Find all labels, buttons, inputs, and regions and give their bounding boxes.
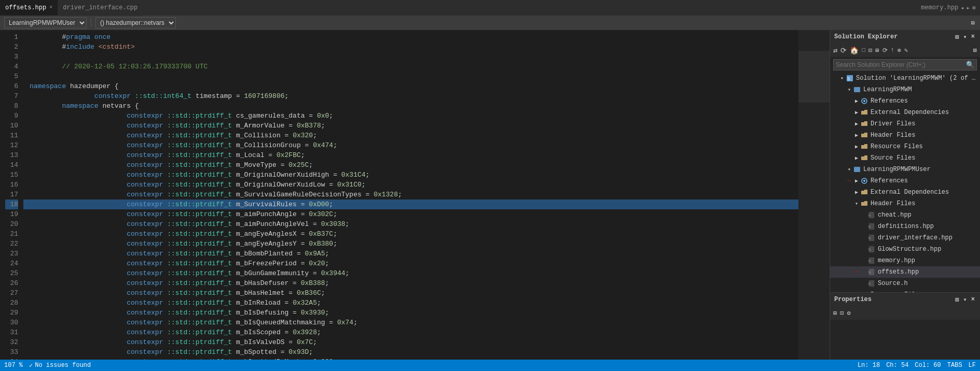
sol-icon-3[interactable]: 🏠 (849, 46, 860, 55)
tree-arrow-project2[interactable]: ▾ (846, 166, 853, 173)
sol-explorer-toolbar: ⇄ ⟳ 🏠 □ ⊡ ⊞ ⟳ ↑ ⊗ ✎ ⊠ (830, 44, 980, 57)
tree-arrow-ext-deps2[interactable]: ▶ (853, 189, 860, 195)
svg-text:S: S (847, 77, 850, 82)
solution-tree[interactable]: ▾SSolution 'LearningRPMWM' (2 of 2 proje… (830, 73, 980, 292)
red-arrow-offsets-hpp: → (852, 268, 860, 276)
sol-icon-7[interactable]: ⟳ (881, 46, 889, 55)
svg-text:h: h (868, 248, 871, 252)
title-bar: offsets.hpp × driver_interface.cpp memor… (0, 0, 980, 16)
solution-explorer-header: Solution Explorer ⊠ ▾ × (830, 30, 980, 44)
tree-item-cheat-hpp[interactable]: hcheat.hpp (830, 209, 980, 221)
tree-arrow-ext-deps1[interactable]: ▶ (853, 109, 860, 116)
sol-icon-1[interactable]: ⇄ (832, 46, 838, 55)
tree-item-glow-structure-hpp[interactable]: hGlowStructure.hpp (830, 244, 980, 255)
sol-icon-11[interactable]: ⊠ (972, 46, 978, 55)
tree-icon-driver-files (860, 120, 868, 128)
close-icon[interactable]: ⊗ (972, 4, 976, 12)
tree-item-ext-deps2[interactable]: ▶External Dependencies (830, 187, 980, 198)
sol-icon-4[interactable]: □ (861, 47, 866, 54)
down-arrow-icon[interactable]: ▾ (962, 33, 968, 41)
sol-icon-9[interactable]: ⊗ (896, 46, 902, 55)
tree-item-driver-files[interactable]: ▶Driver Files (830, 118, 980, 130)
status-ok: ✓ No issues found (29, 362, 91, 369)
tree-icon-header-files2 (860, 199, 868, 208)
toolbar-icon-1[interactable]: ⊞ (970, 19, 976, 27)
tab-offsets-hpp-close[interactable]: × (49, 5, 52, 10)
code-editor[interactable]: 1234567891011121314151617181920212223242… (0, 30, 830, 360)
svg-text:h: h (868, 225, 871, 229)
sol-icon-2[interactable]: ⟳ (839, 46, 848, 55)
prop-icon-2[interactable]: ⊡ (839, 309, 845, 318)
tree-arrow-header-files2[interactable]: ▾ (853, 201, 860, 207)
tree-label-definitions-hpp: definitions.hpp (878, 223, 977, 230)
sol-icon-5[interactable]: ⊡ (867, 46, 873, 55)
panel-header-icons: ⊠ ▾ × (954, 33, 976, 41)
prop-close-icon[interactable]: × (970, 295, 976, 304)
tree-item-resource-files1[interactable]: ▶Resource Files (830, 141, 980, 152)
tree-item-solution[interactable]: ▾SSolution 'LearningRPMWM' (2 of 2 proje… (830, 73, 980, 84)
memory-hpp-title: memory.hpp (921, 4, 958, 11)
tree-item-memory-hpp[interactable]: hmemory.hpp (830, 255, 980, 266)
close-panel-icon[interactable]: × (970, 33, 976, 41)
search-box[interactable]: 🔍 (833, 59, 977, 70)
svg-point-4 (863, 100, 865, 102)
toolbar-separator (91, 19, 91, 27)
tree-item-offsets-hpp[interactable]: →hoffsets.hpp (830, 266, 980, 278)
tree-item-driver-interface-hpp[interactable]: hdriver_interface.hpp (830, 232, 980, 244)
tree-icon-ext-deps2 (860, 188, 868, 196)
tree-arrow-solution[interactable]: ▾ (838, 75, 846, 81)
nav-left-icon[interactable]: ◂ (960, 4, 964, 12)
tree-item-source-files1[interactable]: ▶Source Files (830, 152, 980, 164)
tree-item-references2[interactable]: →▶References (830, 175, 980, 187)
pin-icon[interactable]: ⊠ (954, 33, 960, 41)
tree-arrow-source-files1[interactable]: ▶ (853, 155, 860, 161)
tree-item-header-files1[interactable]: ▶Header Files (830, 130, 980, 141)
search-input[interactable] (834, 61, 964, 68)
tree-icon-memory-hpp: h (867, 256, 876, 265)
tree-item-project2[interactable]: ▾LearningRPMWPMUser (830, 164, 980, 175)
search-icon[interactable]: 🔍 (964, 61, 976, 69)
tree-arrow-project1[interactable]: ▾ (846, 87, 853, 93)
tree-icon-project2 (853, 165, 861, 174)
prop-pin-icon[interactable]: ⊠ (954, 295, 960, 304)
tree-arrow-resource-files1[interactable]: ▶ (853, 144, 860, 150)
function-dropdown[interactable]: () hazedumper::netvars (95, 17, 176, 28)
properties-panel: Properties ⊠ ▾ × ⊞ ⊡ ⚙ (830, 292, 980, 360)
tree-label-project1: LearningRPMWM (863, 86, 977, 93)
prop-icon-1[interactable]: ⊞ (832, 309, 838, 318)
prop-icon-3[interactable]: ⚙ (846, 309, 851, 318)
tab-offsets-hpp[interactable]: offsets.hpp × (0, 0, 58, 16)
tree-arrow-driver-files[interactable]: ▶ (853, 121, 860, 127)
tree-item-source-h[interactable]: hSource.h (830, 278, 980, 289)
tree-item-definitions-hpp[interactable]: hdefinitions.hpp (830, 221, 980, 232)
col-number: Col: 60 (915, 362, 941, 369)
tree-item-header-files2[interactable]: ▾Header Files (830, 198, 980, 209)
tab-driver-interface-cpp-label: driver_interface.cpp (63, 4, 137, 11)
tree-icon-source-h: h (867, 279, 876, 288)
sol-icon-6[interactable]: ⊞ (874, 46, 880, 55)
zoom-level: 107 % (4, 362, 23, 369)
tree-item-ext-deps1[interactable]: ▶External Dependencies (830, 107, 980, 118)
char-number: Ch: 54 (886, 362, 908, 369)
tree-label-source-files1: Source Files (871, 154, 977, 162)
tree-icon-references1 (860, 97, 868, 105)
status-bar: 107 % ✓ No issues found Ln: 18 Ch: 54 Co… (0, 360, 980, 371)
tree-item-references1[interactable]: ▶References (830, 95, 980, 107)
tree-icon-solution: S (846, 74, 854, 82)
tree-label-glow-structure-hpp: GlowStructure.hpp (878, 246, 977, 253)
nav-right-icon[interactable]: ▸ (967, 4, 970, 12)
status-right: Ln: 18 Ch: 54 Col: 60 TABS LF (858, 362, 976, 369)
tree-arrow-header-files1[interactable]: ▶ (853, 132, 860, 138)
tree-arrow-references2[interactable]: ▶ (853, 178, 860, 184)
tree-label-references2: References (871, 177, 977, 184)
tree-arrow-references1[interactable]: ▶ (853, 98, 860, 104)
prop-down-icon[interactable]: ▾ (962, 295, 968, 304)
tab-driver-interface-cpp[interactable]: driver_interface.cpp (58, 0, 143, 16)
sol-icon-10[interactable]: ✎ (903, 46, 909, 55)
project-dropdown[interactable]: LearningRPMWPMUser (4, 17, 87, 28)
tree-label-memory-hpp: memory.hpp (878, 257, 977, 264)
sol-icon-8[interactable]: ↑ (890, 46, 895, 54)
tree-item-project1[interactable]: ▾LearningRPMWM (830, 84, 980, 95)
svg-text:h: h (868, 259, 871, 263)
code-content[interactable]: #pragma once #include <cstdint> // 2020-… (23, 30, 798, 360)
